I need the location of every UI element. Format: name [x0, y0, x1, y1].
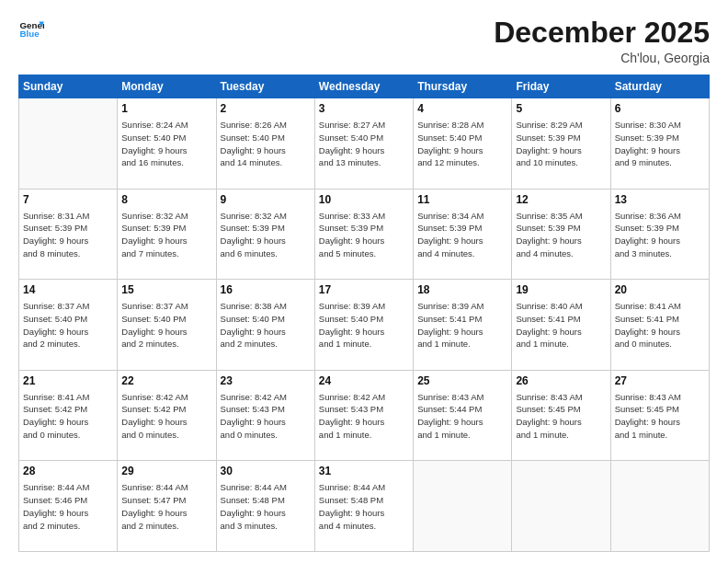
calendar-cell: 28Sunrise: 8:44 AMSunset: 5:46 PMDayligh…	[19, 461, 118, 552]
day-info: Sunrise: 8:42 AMSunset: 5:42 PMDaylight:…	[121, 391, 211, 442]
calendar-cell: 24Sunrise: 8:42 AMSunset: 5:43 PMDayligh…	[314, 370, 413, 461]
calendar-cell: 17Sunrise: 8:39 AMSunset: 5:40 PMDayligh…	[314, 280, 413, 371]
day-info: Sunrise: 8:44 AMSunset: 5:46 PMDaylight:…	[23, 481, 113, 532]
calendar-cell: 31Sunrise: 8:44 AMSunset: 5:48 PMDayligh…	[314, 461, 413, 552]
day-info: Sunrise: 8:24 AMSunset: 5:40 PMDaylight:…	[121, 119, 211, 169]
day-number: 23	[221, 373, 311, 389]
day-info: Sunrise: 8:39 AMSunset: 5:40 PMDaylight:…	[319, 300, 409, 350]
calendar-header-row: Sunday Monday Tuesday Wednesday Thursday…	[19, 75, 710, 98]
day-number: 8	[121, 192, 211, 208]
calendar-cell	[512, 461, 610, 552]
calendar-cell: 7Sunrise: 8:31 AMSunset: 5:39 PMDaylight…	[19, 189, 118, 280]
day-number: 20	[615, 282, 705, 298]
day-number: 1	[121, 101, 211, 117]
col-saturday: Saturday	[610, 75, 709, 98]
day-number: 26	[516, 373, 606, 389]
calendar-cell: 12Sunrise: 8:35 AMSunset: 5:39 PMDayligh…	[512, 189, 610, 280]
day-number: 28	[23, 464, 113, 479]
day-info: Sunrise: 8:43 AMSunset: 5:45 PMDaylight:…	[615, 391, 705, 442]
day-info: Sunrise: 8:42 AMSunset: 5:43 PMDaylight:…	[319, 391, 409, 442]
calendar-cell: 6Sunrise: 8:30 AMSunset: 5:39 PMDaylight…	[610, 98, 709, 190]
day-info: Sunrise: 8:37 AMSunset: 5:40 PMDaylight:…	[121, 300, 211, 350]
day-number: 7	[23, 192, 113, 208]
calendar-cell: 15Sunrise: 8:37 AMSunset: 5:40 PMDayligh…	[118, 280, 216, 371]
logo-icon: General Blue	[18, 17, 44, 42]
day-number: 29	[121, 464, 211, 479]
logo: General Blue	[18, 17, 44, 42]
day-number: 16	[221, 282, 311, 298]
col-thursday: Thursday	[414, 75, 512, 98]
day-info: Sunrise: 8:36 AMSunset: 5:39 PMDaylight:…	[615, 210, 705, 260]
day-info: Sunrise: 8:40 AMSunset: 5:41 PMDaylight:…	[516, 300, 606, 350]
calendar-cell: 13Sunrise: 8:36 AMSunset: 5:39 PMDayligh…	[610, 189, 709, 280]
calendar-cell: 14Sunrise: 8:37 AMSunset: 5:40 PMDayligh…	[19, 280, 118, 371]
calendar-cell: 9Sunrise: 8:32 AMSunset: 5:39 PMDaylight…	[216, 189, 314, 280]
calendar-cell: 3Sunrise: 8:27 AMSunset: 5:40 PMDaylight…	[314, 98, 413, 190]
day-info: Sunrise: 8:31 AMSunset: 5:39 PMDaylight:…	[23, 210, 113, 260]
day-number: 15	[121, 282, 211, 298]
col-friday: Friday	[512, 75, 610, 98]
day-number: 4	[417, 101, 507, 117]
day-info: Sunrise: 8:27 AMSunset: 5:40 PMDaylight:…	[319, 119, 409, 169]
location: Ch'lou, Georgia	[494, 51, 710, 65]
calendar-cell: 1Sunrise: 8:24 AMSunset: 5:40 PMDaylight…	[118, 98, 216, 190]
day-number: 30	[221, 464, 311, 479]
day-info: Sunrise: 8:39 AMSunset: 5:41 PMDaylight:…	[417, 300, 507, 350]
day-info: Sunrise: 8:35 AMSunset: 5:39 PMDaylight:…	[516, 210, 606, 260]
calendar-cell: 25Sunrise: 8:43 AMSunset: 5:44 PMDayligh…	[414, 370, 512, 461]
calendar-cell: 30Sunrise: 8:44 AMSunset: 5:48 PMDayligh…	[216, 461, 314, 552]
col-monday: Monday	[118, 75, 216, 98]
calendar-cell: 16Sunrise: 8:38 AMSunset: 5:40 PMDayligh…	[216, 280, 314, 371]
day-info: Sunrise: 8:28 AMSunset: 5:40 PMDaylight:…	[417, 119, 507, 169]
calendar-cell	[414, 461, 512, 552]
day-number: 13	[615, 192, 705, 208]
calendar-cell: 21Sunrise: 8:41 AMSunset: 5:42 PMDayligh…	[19, 370, 118, 461]
svg-text:Blue: Blue	[19, 29, 40, 39]
calendar-table: Sunday Monday Tuesday Wednesday Thursday…	[18, 75, 710, 552]
day-number: 9	[221, 192, 311, 208]
calendar-week-3: 14Sunrise: 8:37 AMSunset: 5:40 PMDayligh…	[19, 280, 710, 371]
calendar-cell	[610, 461, 709, 552]
calendar-cell: 29Sunrise: 8:44 AMSunset: 5:47 PMDayligh…	[118, 461, 216, 552]
calendar-cell: 5Sunrise: 8:29 AMSunset: 5:39 PMDaylight…	[512, 98, 610, 190]
calendar-cell: 20Sunrise: 8:41 AMSunset: 5:41 PMDayligh…	[610, 280, 709, 371]
col-tuesday: Tuesday	[216, 75, 314, 98]
day-number: 18	[417, 282, 507, 298]
calendar-cell: 19Sunrise: 8:40 AMSunset: 5:41 PMDayligh…	[512, 280, 610, 371]
day-number: 2	[221, 101, 311, 117]
calendar-week-2: 7Sunrise: 8:31 AMSunset: 5:39 PMDaylight…	[19, 189, 710, 280]
day-number: 3	[319, 101, 409, 117]
day-info: Sunrise: 8:29 AMSunset: 5:39 PMDaylight:…	[516, 119, 606, 169]
day-info: Sunrise: 8:33 AMSunset: 5:39 PMDaylight:…	[319, 210, 409, 260]
calendar-cell	[19, 98, 118, 190]
day-info: Sunrise: 8:38 AMSunset: 5:40 PMDaylight:…	[221, 300, 311, 350]
calendar-cell: 23Sunrise: 8:42 AMSunset: 5:43 PMDayligh…	[216, 370, 314, 461]
calendar-week-5: 28Sunrise: 8:44 AMSunset: 5:46 PMDayligh…	[19, 461, 710, 552]
calendar-cell: 8Sunrise: 8:32 AMSunset: 5:39 PMDaylight…	[118, 189, 216, 280]
calendar-cell: 2Sunrise: 8:26 AMSunset: 5:40 PMDaylight…	[216, 98, 314, 190]
day-number: 17	[319, 282, 409, 298]
calendar-cell: 26Sunrise: 8:43 AMSunset: 5:45 PMDayligh…	[512, 370, 610, 461]
day-info: Sunrise: 8:43 AMSunset: 5:45 PMDaylight:…	[516, 391, 606, 442]
title-area: December 2025 Ch'lou, Georgia	[494, 17, 710, 65]
day-number: 21	[23, 373, 113, 389]
day-info: Sunrise: 8:44 AMSunset: 5:48 PMDaylight:…	[221, 481, 311, 532]
header: General Blue December 2025 Ch'lou, Georg…	[18, 17, 710, 65]
day-info: Sunrise: 8:44 AMSunset: 5:47 PMDaylight:…	[121, 481, 211, 532]
calendar-cell: 22Sunrise: 8:42 AMSunset: 5:42 PMDayligh…	[118, 370, 216, 461]
day-number: 10	[319, 192, 409, 208]
day-number: 25	[417, 373, 507, 389]
day-info: Sunrise: 8:41 AMSunset: 5:41 PMDaylight:…	[615, 300, 705, 350]
day-number: 12	[516, 192, 606, 208]
calendar-week-4: 21Sunrise: 8:41 AMSunset: 5:42 PMDayligh…	[19, 370, 710, 461]
calendar-week-1: 1Sunrise: 8:24 AMSunset: 5:40 PMDaylight…	[19, 98, 710, 190]
day-number: 27	[615, 373, 705, 389]
day-info: Sunrise: 8:34 AMSunset: 5:39 PMDaylight:…	[417, 210, 507, 260]
day-number: 24	[319, 373, 409, 389]
col-sunday: Sunday	[19, 75, 118, 98]
day-info: Sunrise: 8:32 AMSunset: 5:39 PMDaylight:…	[121, 210, 211, 260]
calendar-cell: 10Sunrise: 8:33 AMSunset: 5:39 PMDayligh…	[314, 189, 413, 280]
day-number: 14	[23, 282, 113, 298]
day-info: Sunrise: 8:37 AMSunset: 5:40 PMDaylight:…	[23, 300, 113, 350]
day-info: Sunrise: 8:26 AMSunset: 5:40 PMDaylight:…	[221, 119, 311, 169]
